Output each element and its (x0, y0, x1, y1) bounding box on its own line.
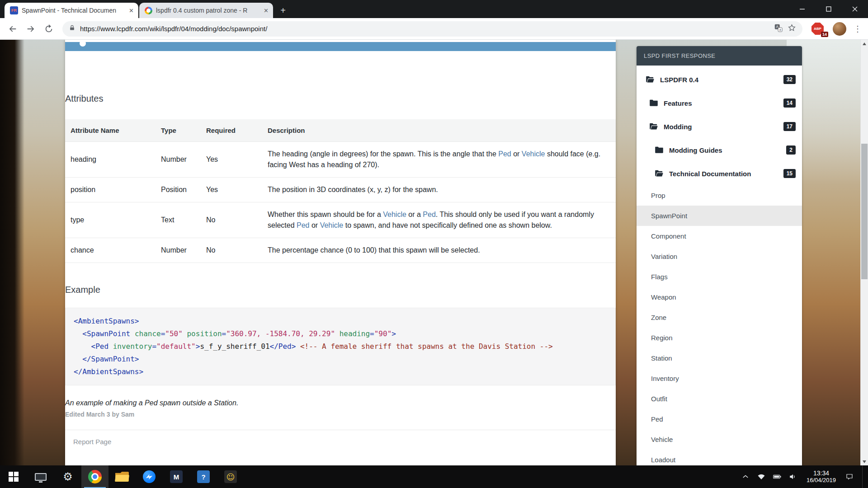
wifi-icon[interactable] (756, 473, 766, 481)
sidebar-doc-weapon[interactable]: Weapon (637, 287, 802, 307)
speaker-icon[interactable] (788, 473, 798, 481)
sidebar-doc-outfit[interactable]: Outfit (637, 389, 802, 409)
tab-search[interactable]: lspdfr 0.4 custom patrol zone - R ✕ (139, 3, 273, 18)
taskbar-clock[interactable]: 13:34 16/04/2019 (804, 469, 839, 484)
code-line: </AmbientSpawns> (74, 366, 607, 378)
m-app-icon: M (170, 470, 183, 483)
sidebar-doc-station[interactable]: Station (637, 348, 802, 368)
bookmark-star-icon[interactable] (788, 23, 796, 34)
back-icon[interactable] (5, 21, 21, 37)
sidebar-folder-features[interactable]: Features14 (637, 91, 802, 115)
text: or a (406, 211, 423, 218)
url-text[interactable]: https://www.lcpdfr.com/wiki/lspdfr/04/mo… (80, 25, 769, 33)
forward-icon[interactable] (23, 21, 39, 37)
text: The position in 3D coordinates (x, y, z)… (268, 186, 438, 193)
inline-link[interactable]: Vehicle (383, 211, 406, 218)
sidebar-doc-prop[interactable]: Prop (637, 185, 802, 206)
scrollbar-thumb[interactable] (861, 144, 868, 279)
folder-icon (649, 99, 659, 107)
attribute-row: headingNumberYesThe heading (angle in de… (65, 142, 616, 178)
taskbar-monitor-app[interactable] (27, 465, 54, 488)
inline-link[interactable]: Ped (297, 221, 309, 229)
taskbar-settings[interactable]: ⚙ (54, 465, 81, 488)
google-favicon (145, 7, 152, 14)
sidebar-doc-component[interactable]: Component (637, 226, 802, 246)
sidebar-list: LSPDFR 0.432Features14Modding17Modding G… (637, 66, 802, 465)
sidebar-folder-modding[interactable]: Modding17 (637, 115, 802, 138)
padlock-icon (69, 24, 75, 33)
adblock-extension-icon[interactable]: ABP 14 (810, 23, 826, 35)
show-desktop-button[interactable] (862, 465, 864, 488)
sidebar-doc-region[interactable]: Region (637, 328, 802, 348)
close-button[interactable] (842, 0, 868, 18)
taskbar-app-help[interactable]: ? (190, 465, 217, 488)
action-center-icon[interactable] (844, 473, 854, 481)
taskbar-file-explorer[interactable] (108, 465, 136, 488)
lcpdfr-favicon: FR (10, 6, 18, 14)
scroll-down-icon[interactable] (861, 458, 868, 465)
tab-title: SpawnPoint - Technical Documen (22, 7, 123, 14)
new-tab-button[interactable]: + (277, 4, 289, 17)
cell: Yes (201, 142, 262, 178)
address-bar[interactable]: https://www.lcpdfr.com/wiki/lspdfr/04/mo… (62, 21, 802, 37)
sidebar-doc-flags[interactable]: Flags (637, 267, 802, 287)
code-line: </SpawnPoint> (74, 353, 607, 366)
reload-icon[interactable] (41, 21, 57, 37)
example-caption: An example of making a Ped spawn outside… (65, 399, 616, 407)
sidebar-doc-spawnpoint[interactable]: SpawnPoint (637, 206, 802, 226)
sidebar-doc-loadout[interactable]: Loadout (637, 450, 802, 465)
cell: Text (156, 202, 201, 238)
inline-link[interactable]: Vehicle (320, 221, 344, 229)
sidebar-doc-ped[interactable]: Ped (637, 409, 802, 429)
folder-label: Features (664, 99, 692, 107)
folder-label: LSPDFR 0.4 (660, 76, 698, 84)
tab-title: lspdfr 0.4 custom patrol zone - R (156, 7, 258, 14)
sidebar-header: LSPD FIRST RESPONSE (637, 46, 802, 66)
scroll-up-icon[interactable] (861, 40, 868, 47)
tray-chevron-icon[interactable] (741, 473, 750, 481)
page-header-band (65, 42, 616, 51)
cell: Number (156, 238, 201, 263)
sidebar-doc-inventory[interactable]: Inventory (637, 368, 802, 389)
system-tray: 13:34 16/04/2019 (741, 465, 868, 488)
inline-link[interactable]: Vehicle (522, 150, 545, 158)
browser-menu-icon[interactable]: ⋮ (852, 24, 863, 34)
messenger-icon (143, 470, 156, 483)
cell: type (65, 202, 156, 238)
folder-open-icon (646, 76, 656, 83)
battery-icon[interactable] (772, 473, 782, 481)
sidebar-folder-lspdfr-0-4[interactable]: LSPDFR 0.432 (637, 68, 802, 91)
start-button[interactable] (0, 465, 27, 488)
minimize-button[interactable] (789, 0, 816, 18)
count-badge: 17 (783, 122, 796, 131)
tab-close-icon[interactable]: ✕ (262, 6, 270, 15)
window-scrollbar[interactable] (860, 40, 868, 465)
text: to spawn, and have not specifically defi… (343, 221, 552, 229)
windows-taskbar: ⚙ M ? ☺ 13:34 16/04/2019 (0, 465, 868, 488)
taskbar-app-game[interactable]: ☺ (217, 465, 244, 488)
tab-close-icon[interactable]: ✕ (127, 6, 136, 15)
attributes-heading: Attributes (65, 94, 616, 104)
sidebar-folder-technical-documentation[interactable]: Technical Documentation15 (637, 162, 802, 185)
chrome-icon (88, 470, 102, 483)
inline-link[interactable]: Ped (423, 211, 435, 218)
profile-avatar[interactable] (833, 22, 846, 36)
sidebar-folder-modding-guides[interactable]: Modding Guides2 (637, 138, 802, 162)
tab-spawnpoint[interactable]: FR SpawnPoint - Technical Documen ✕ (5, 3, 138, 18)
taskbar-app-m[interactable]: M (163, 465, 190, 488)
taskbar-messenger[interactable] (136, 465, 163, 488)
maximize-button[interactable] (816, 0, 842, 18)
report-page-link[interactable]: Report Page (65, 438, 111, 446)
inline-link[interactable]: Ped (498, 150, 511, 158)
sidebar-doc-zone[interactable]: Zone (637, 307, 802, 328)
header-anchor-dot (80, 42, 86, 47)
sidebar-doc-vehicle[interactable]: Vehicle (637, 429, 802, 450)
tabs: FR SpawnPoint - Technical Documen ✕ lspd… (0, 3, 289, 18)
translate-icon[interactable]: Aa (774, 23, 783, 34)
attribute-row: positionPositionYesThe position in 3D co… (65, 178, 616, 202)
edited-byline: Edited March 3 by Sam (65, 411, 616, 418)
taskbar-chrome[interactable] (81, 465, 108, 488)
sidebar-doc-variation[interactable]: Variation (637, 246, 802, 267)
attribute-row: typeTextNoWhether this spawn should be f… (65, 202, 616, 238)
wiki-content: Attributes Attribute NameTypeRequiredDes… (65, 40, 616, 465)
